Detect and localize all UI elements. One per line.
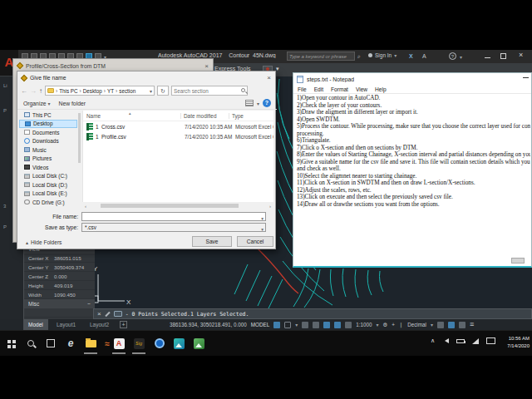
refresh-icon[interactable]: ↻ [157,86,169,96]
file-row[interactable]: 1_Cross.csv 7/14/2020 10:35 AM Microsoft… [83,121,273,131]
snap-caret-icon[interactable]: ▾ [295,322,298,328]
network-icon[interactable] [472,338,479,344]
app-store-icon[interactable]: A [422,52,426,61]
customize-icon[interactable] [105,311,110,316]
combo-caret-icon[interactable]: ▾ [261,214,264,223]
crumb-yt[interactable]: YT [107,88,114,94]
save-button[interactable]: Save [192,236,232,247]
gear-icon[interactable]: ⚙ [383,322,388,328]
row-value[interactable]: 409.019 [52,281,95,289]
notepad-titlebar[interactable]: steps.txt - Notepad [293,73,531,85]
polar-icon[interactable] [313,322,319,328]
restore-button[interactable] [500,53,506,59]
task-view-button[interactable] [43,336,58,351]
scroll-left-icon[interactable]: ‹ [82,204,89,209]
organize-button[interactable]: Organize ▾ [23,101,51,106]
graphics-icon[interactable] [448,322,455,328]
scale-caret-icon[interactable]: ▾ [376,322,378,328]
blue-app-button[interactable] [152,336,167,351]
horizontal-scrollbar[interactable]: ‹ › [82,203,273,209]
nav-item-this-pc[interactable]: This PC [19,111,77,120]
taskbar-clock[interactable]: 10:56 AM 7/14/2020 [496,335,530,350]
breadcrumb[interactable]: › This PC › Desktop › YT › section ▾ [45,86,155,96]
crumb-desktop[interactable]: Desktop [83,88,102,94]
gallery-app-button[interactable] [191,336,206,351]
save-dialog-close-icon[interactable]: × [267,74,271,81]
help-icon[interactable]: ? [263,99,271,107]
customization-menu-icon[interactable]: ≡ [470,319,474,330]
snap-icon[interactable] [284,322,291,328]
scroll-right-icon[interactable]: › [267,204,273,209]
help-icon[interactable]: ? [449,52,456,60]
palette-section-misc[interactable]: Misc − [24,299,95,308]
forward-icon[interactable]: → [30,87,37,95]
nav-item-pictures[interactable]: Pictures [19,155,77,164]
row-value[interactable]: 386051.015 [52,254,95,262]
row-value[interactable]: 1090.450 [52,290,95,298]
column-type[interactable]: Type [229,113,273,119]
clean-screen-icon[interactable] [459,322,466,328]
hidden-icons-chevron[interactable]: ∧ [431,337,435,344]
autocad-taskbar-button[interactable]: A [111,336,126,351]
units-selector[interactable]: Decimal [407,322,426,328]
command-line-bar[interactable]: × - 0 Points Selected.1 Layers Selected. [93,308,532,319]
combo-caret-icon[interactable]: ▾ [261,225,264,234]
nav-item-desktop[interactable]: Desktop [19,120,77,129]
tab-model[interactable]: Model [23,319,48,330]
edge-button[interactable]: e [63,336,78,351]
nav-item-local-disk-d[interactable]: Local Disk (D:) [19,180,77,190]
taskbar-search-button[interactable] [23,336,38,351]
command-line-text[interactable]: - 0 Points Selected.1 Layers Selected. [126,311,249,318]
collapse-icon[interactable]: − [87,299,91,308]
battery-icon[interactable] [456,339,465,343]
row-value[interactable]: 0.000 [52,272,95,280]
hscroll-thumb[interactable] [101,204,239,208]
minimize-button[interactable] [485,57,490,58]
hide-folders-button[interactable]: ▴ Hide Folders [26,239,62,245]
ribbon-caret-icon[interactable]: ▾ [276,66,279,72]
tab-layout2[interactable]: Layout2 [85,319,114,330]
grid-icon[interactable] [273,322,280,328]
notepad-resize-grip[interactable] [511,258,525,264]
menu-file[interactable]: File [298,86,307,92]
up-icon[interactable]: ↑ [39,87,42,95]
add-layout-button[interactable]: + [120,321,127,328]
row-value[interactable]: 3050409.374 [52,263,95,271]
keyboard-ime-icon[interactable] [486,337,495,344]
file-name-input[interactable]: ▾ [81,212,266,221]
tab-layout1[interactable]: Layout1 [52,319,81,330]
crumb-this-pc[interactable]: This PC [59,88,77,94]
nav-item-local-disk-c[interactable]: Local Disk (C:) [19,172,77,181]
cancel-button[interactable]: Cancel [237,236,273,247]
menu-edit[interactable]: Edit [314,86,323,92]
help-search-input[interactable] [287,52,355,61]
a360-exchange-icon[interactable]: X [409,52,413,61]
isolate-icon[interactable] [437,322,444,328]
osnap-icon[interactable] [323,322,330,328]
ortho-icon[interactable] [302,322,308,328]
model-space-toggle[interactable]: MODEL [251,322,269,328]
start-button[interactable] [3,336,18,351]
file-explorer-button[interactable] [83,336,98,351]
save-dialog-titlebar[interactable]: Give file name × [17,71,275,84]
nav-item-music[interactable]: Music [19,145,77,155]
nav-item-documents[interactable]: Documents [19,128,77,137]
file-row[interactable]: 1_Profile.csv 7/14/2020 10:35 AM Microso… [83,131,273,141]
search-box[interactable] [171,86,248,96]
annotation-icon[interactable] [334,322,341,328]
sign-in-button[interactable]: Sign In ▾ [368,52,397,58]
annotation-scale[interactable]: 1:1000 [356,322,372,328]
profile-dialog-close-icon[interactable]: × [204,62,209,70]
new-folder-button[interactable]: New folder [59,101,86,106]
menu-help[interactable]: Help [375,86,387,92]
nav-item-downloads[interactable]: Downloads [19,137,77,146]
units-caret-icon[interactable]: ▾ [431,322,433,328]
search-input[interactable] [174,86,240,95]
nav-item-cd-drive[interactable]: CD Drive (G:) [19,198,77,207]
volume-muted-icon[interactable] [442,338,449,343]
view-mode-caret-icon[interactable]: ▾ [257,101,259,106]
photos-app-button[interactable] [171,336,186,351]
crumb-section[interactable]: section [119,88,135,94]
close-command-icon[interactable]: × [97,310,101,318]
notepad-text-area[interactable]: 1)Open your contour in AutoCAD. 2)Check … [294,95,530,261]
